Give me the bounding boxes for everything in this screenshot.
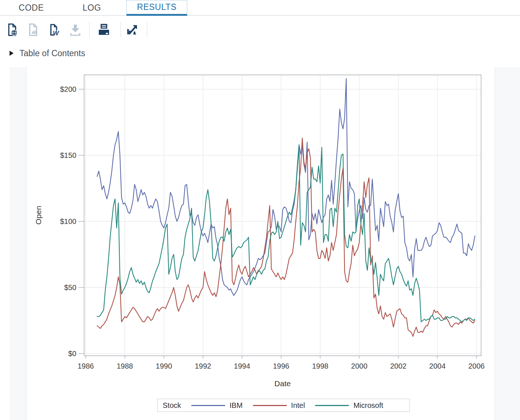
- printer-icon: [97, 23, 111, 37]
- word-document-icon: W: [48, 23, 61, 37]
- series-line-intel: [97, 138, 475, 336]
- tab-log[interactable]: LOG: [69, 0, 115, 16]
- x-tick-label: 1994: [234, 362, 250, 370]
- legend-item-ibm: IBM: [181, 401, 243, 410]
- download-icon: [69, 23, 82, 37]
- x-tick-label: 1990: [156, 362, 172, 370]
- x-tick-label: 2006: [468, 362, 485, 370]
- legend-title: Stock: [163, 401, 181, 410]
- ibm-line-swatch: [191, 405, 225, 406]
- x-tick-label: 1988: [117, 362, 133, 370]
- y-tick-label: $200: [60, 85, 77, 93]
- open-in-new-window-button[interactable]: [124, 21, 141, 39]
- print-button[interactable]: [95, 21, 112, 39]
- chart-legend: Stock IBM Intel Microsoft: [157, 399, 410, 412]
- intel-line-swatch: [253, 405, 287, 406]
- x-tick-label: 1992: [195, 362, 211, 370]
- legend-label-microsoft: Microsoft: [353, 401, 383, 410]
- legend-item-intel: Intel: [243, 401, 305, 410]
- y-axis-title: Open: [34, 206, 43, 224]
- x-tick-label: 2000: [351, 362, 368, 370]
- x-tick-label: 2004: [429, 362, 446, 370]
- legend-item-microsoft: Microsoft: [305, 401, 383, 410]
- series-line-microsoft: [97, 146, 475, 322]
- tab-bar: CODE LOG RESULTS: [0, 0, 520, 16]
- y-tick-label: $50: [64, 283, 76, 292]
- y-tick-label: $100: [60, 217, 77, 225]
- y-tick-label: $150: [60, 151, 77, 159]
- download-results-html-button[interactable]: [4, 21, 21, 39]
- y-tick-label: $0: [68, 350, 76, 358]
- legend-label-ibm: IBM: [230, 401, 243, 410]
- legend-label-intel: Intel: [291, 401, 305, 410]
- series-line-ibm: [97, 79, 475, 295]
- table-of-contents-label: Table of Contents: [19, 48, 85, 58]
- x-tick-label: 1986: [77, 362, 94, 370]
- toolbar-divider: [147, 22, 147, 37]
- x-axis-title: Date: [274, 379, 290, 388]
- toolbar-divider: [89, 22, 90, 37]
- x-tick-label: 2002: [390, 362, 407, 370]
- x-tick-label: 1996: [273, 362, 289, 370]
- tab-code[interactable]: CODE: [7, 0, 55, 16]
- toolbar-divider: [120, 22, 121, 37]
- results-toolbar: W: [0, 16, 520, 44]
- svg-text:W: W: [53, 30, 59, 37]
- download-results-word-button[interactable]: W: [46, 21, 63, 39]
- download-results-pdf-button[interactable]: [25, 21, 42, 39]
- download-file-button[interactable]: [67, 21, 84, 39]
- pdf-document-icon: [27, 23, 40, 37]
- stock-open-price-chart: $0$50$100$150$20019861988199019921994199…: [26, 67, 495, 420]
- html-document-icon: [6, 23, 19, 37]
- microsoft-line-swatch: [315, 405, 349, 406]
- collapsed-triangle-icon: [10, 51, 14, 56]
- tab-results[interactable]: RESULTS: [126, 0, 187, 16]
- open-new-window-icon: [126, 23, 140, 37]
- x-tick-label: 1998: [312, 362, 329, 370]
- table-of-contents-toggle[interactable]: Table of Contents: [0, 44, 85, 62]
